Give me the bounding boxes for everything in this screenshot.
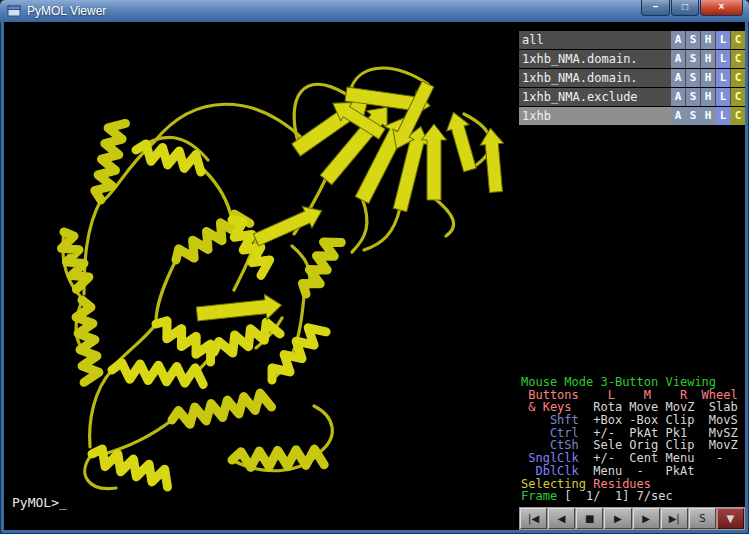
show-button[interactable]: S (686, 88, 700, 106)
3d-viewport[interactable]: PyMOL>_ (4, 22, 519, 530)
action-button[interactable]: A (671, 107, 685, 125)
object-name[interactable]: all (519, 31, 670, 49)
panel-spacer (519, 126, 745, 376)
titlebar[interactable]: PyMOL Viewer – □ × (0, 0, 749, 22)
label-button[interactable]: L (716, 88, 730, 106)
object-name[interactable]: 1xhb (519, 107, 670, 125)
step-forward-button[interactable]: ▶ (633, 508, 660, 529)
control-panel: all A S H L C 1xhb_NMA.domain. A S H L C (519, 22, 745, 530)
play-button[interactable]: ▶ (604, 508, 631, 529)
show-button[interactable]: S (686, 69, 700, 87)
object-name[interactable]: 1xhb_NMA.domain. (519, 69, 670, 87)
action-button[interactable]: A (671, 69, 685, 87)
maximize-button[interactable]: □ (671, 0, 699, 16)
object-name[interactable]: 1xhb_NMA.domain. (519, 50, 670, 68)
object-row[interactable]: 1xhb_NMA.domain. A S H L C (519, 50, 745, 68)
pymol-window: PyMOL Viewer – □ × PyMOL>_ all A S H L C (0, 0, 749, 534)
label-button[interactable]: L (716, 31, 730, 49)
hide-button[interactable]: H (701, 31, 715, 49)
playback-bar: |◀ ◀ ■ ▶ ▶ ▶| S ▼ (519, 507, 745, 530)
show-button[interactable]: S (686, 31, 700, 49)
label-button[interactable]: L (716, 50, 730, 68)
object-row[interactable]: 1xhb_NMA.domain. A S H L C (519, 69, 745, 87)
action-button[interactable]: A (671, 88, 685, 106)
protein-cartoon (4, 22, 519, 530)
action-button[interactable]: A (671, 31, 685, 49)
fullscreen-button[interactable]: ▼ (717, 508, 744, 529)
action-button[interactable]: A (671, 50, 685, 68)
hide-button[interactable]: H (701, 107, 715, 125)
mouse-help-panel: Mouse Mode 3-Button Viewing Buttons L M … (519, 376, 745, 505)
hide-button[interactable]: H (701, 50, 715, 68)
object-row-selected[interactable]: 1xhb A S H L C (519, 107, 745, 125)
object-row[interactable]: 1xhb_NMA.exclude A S H L C (519, 88, 745, 106)
command-line[interactable]: PyMOL>_ (12, 495, 67, 510)
label-button[interactable]: L (716, 69, 730, 87)
color-button[interactable]: C (731, 31, 745, 49)
minimize-button[interactable]: – (641, 0, 670, 16)
label-button[interactable]: L (716, 107, 730, 125)
object-row-all[interactable]: all A S H L C (519, 31, 745, 49)
app-icon[interactable] (7, 5, 21, 17)
frame-counter-line: Frame [ 1/ 1] 7/sec (521, 490, 745, 503)
seek-start-button[interactable]: |◀ (520, 508, 547, 529)
step-back-button[interactable]: ◀ (548, 508, 575, 529)
seek-end-button[interactable]: ▶| (661, 508, 688, 529)
show-button[interactable]: S (686, 107, 700, 125)
color-button[interactable]: C (731, 50, 745, 68)
stop-button[interactable]: ■ (576, 508, 603, 529)
hide-button[interactable]: H (701, 88, 715, 106)
close-button[interactable]: × (700, 0, 743, 16)
scene-button[interactable]: S (689, 508, 716, 529)
hide-button[interactable]: H (701, 69, 715, 87)
color-button[interactable]: C (731, 69, 745, 87)
show-button[interactable]: S (686, 50, 700, 68)
window-title: PyMOL Viewer (27, 4, 106, 18)
color-button[interactable]: C (731, 88, 745, 106)
color-button[interactable]: C (731, 107, 745, 125)
object-name[interactable]: 1xhb_NMA.exclude (519, 88, 670, 106)
